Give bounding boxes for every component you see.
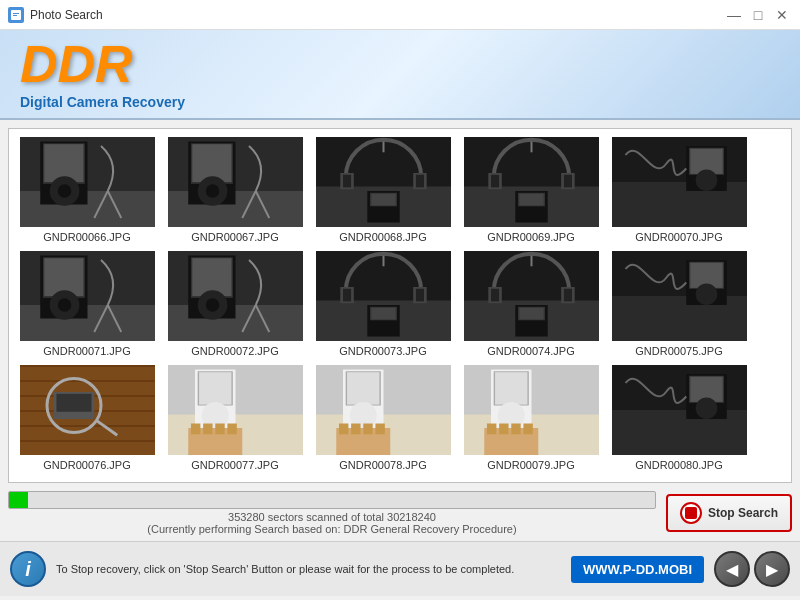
list-item[interactable]: GNDR00080.JPG (609, 365, 749, 471)
progress-area: 353280 sectors scanned of total 30218240… (8, 491, 792, 535)
photo-row-1: GNDR00066.JPG GNDR00067.JPG GNDR00068.JP… (17, 137, 783, 243)
photo-thumb-75 (612, 251, 747, 341)
svg-rect-2 (13, 15, 17, 16)
photo-thumb-69 (464, 137, 599, 227)
photo-label: GNDR00067.JPG (191, 231, 278, 243)
photo-thumb-78 (316, 365, 451, 455)
progress-bar-fill (9, 492, 28, 508)
photo-thumb-80 (612, 365, 747, 455)
list-item[interactable]: GNDR00075.JPG (609, 251, 749, 357)
info-icon: i (10, 551, 46, 587)
photo-thumb-72 (168, 251, 303, 341)
progress-bar-container (8, 491, 656, 509)
photo-thumb-79 (464, 365, 599, 455)
stop-button-label: Stop Search (708, 506, 778, 520)
list-item[interactable]: GNDR00077.JPG (165, 365, 305, 471)
bottom-bar: i To Stop recovery, click on 'Stop Searc… (0, 541, 800, 596)
photo-thumb-70 (612, 137, 747, 227)
photo-thumb-76 (20, 365, 155, 455)
nav-next-button[interactable]: ▶ (754, 551, 790, 587)
title-bar: Photo Search — □ ✕ (0, 0, 800, 30)
nav-prev-button[interactable]: ◀ (714, 551, 750, 587)
photo-row-3: GNDR00076.JPG GNDR00077.JPG GNDR00078.JP… (17, 365, 783, 471)
photo-grid: GNDR00066.JPG GNDR00067.JPG GNDR00068.JP… (9, 129, 791, 482)
stop-circle (685, 507, 697, 519)
photo-label: GNDR00077.JPG (191, 459, 278, 471)
photo-label: GNDR00073.JPG (339, 345, 426, 357)
header-logo: DDR Digital Camera Recovery (20, 38, 185, 110)
list-item[interactable]: GNDR00074.JPG (461, 251, 601, 357)
nav-buttons: ◀ ▶ (714, 551, 790, 587)
list-item[interactable]: GNDR00078.JPG (313, 365, 453, 471)
list-item[interactable]: GNDR00070.JPG (609, 137, 749, 243)
close-button[interactable]: ✕ (772, 5, 792, 25)
stop-icon (680, 502, 702, 524)
photo-thumb-68 (316, 137, 451, 227)
svg-rect-1 (13, 13, 19, 14)
progress-text: 353280 sectors scanned of total 30218240 (8, 511, 656, 523)
stop-search-button[interactable]: Stop Search (666, 494, 792, 532)
photo-thumb-73 (316, 251, 451, 341)
progress-section: 353280 sectors scanned of total 30218240… (8, 491, 656, 535)
photo-thumb-74 (464, 251, 599, 341)
photo-thumb-77 (168, 365, 303, 455)
photo-label: GNDR00069.JPG (487, 231, 574, 243)
list-item[interactable]: GNDR00067.JPG (165, 137, 305, 243)
list-item[interactable]: GNDR00066.JPG (17, 137, 157, 243)
list-item[interactable]: GNDR00076.JPG (17, 365, 157, 471)
title-bar-left: Photo Search (8, 7, 103, 23)
maximize-button[interactable]: □ (748, 5, 768, 25)
info-text: To Stop recovery, click on 'Stop Search'… (56, 563, 561, 575)
list-item[interactable]: GNDR00073.JPG (313, 251, 453, 357)
photo-label: GNDR00071.JPG (43, 345, 130, 357)
header: DDR Digital Camera Recovery (0, 30, 800, 120)
photo-label: GNDR00076.JPG (43, 459, 130, 471)
photo-label: GNDR00078.JPG (339, 459, 426, 471)
photo-label: GNDR00074.JPG (487, 345, 574, 357)
list-item[interactable]: GNDR00069.JPG (461, 137, 601, 243)
app-icon (8, 7, 24, 23)
photo-row-2: GNDR00071.JPG GNDR00072.JPG GNDR00073.JP… (17, 251, 783, 357)
list-item[interactable]: GNDR00072.JPG (165, 251, 305, 357)
photo-label: GNDR00072.JPG (191, 345, 278, 357)
photo-label: GNDR00080.JPG (635, 459, 722, 471)
subtitle-text: Digital Camera Recovery (20, 94, 185, 110)
list-item[interactable]: GNDR00071.JPG (17, 251, 157, 357)
window-title: Photo Search (30, 8, 103, 22)
photo-label: GNDR00066.JPG (43, 231, 130, 243)
photo-thumb-71 (20, 251, 155, 341)
list-item[interactable]: GNDR00079.JPG (461, 365, 601, 471)
photo-label: GNDR00079.JPG (487, 459, 574, 471)
list-item[interactable]: GNDR00068.JPG (313, 137, 453, 243)
logo-text: DDR (20, 38, 185, 90)
photo-thumb-67 (168, 137, 303, 227)
website-badge: WWW.P-DD.MOBI (571, 556, 704, 583)
window-controls: — □ ✕ (724, 5, 792, 25)
minimize-button[interactable]: — (724, 5, 744, 25)
photo-thumb-66 (20, 137, 155, 227)
photo-label: GNDR00075.JPG (635, 345, 722, 357)
progress-subtext: (Currently performing Search based on: D… (8, 523, 656, 535)
photo-label: GNDR00068.JPG (339, 231, 426, 243)
photo-label: GNDR00070.JPG (635, 231, 722, 243)
photo-grid-container: GNDR00066.JPG GNDR00067.JPG GNDR00068.JP… (8, 128, 792, 483)
